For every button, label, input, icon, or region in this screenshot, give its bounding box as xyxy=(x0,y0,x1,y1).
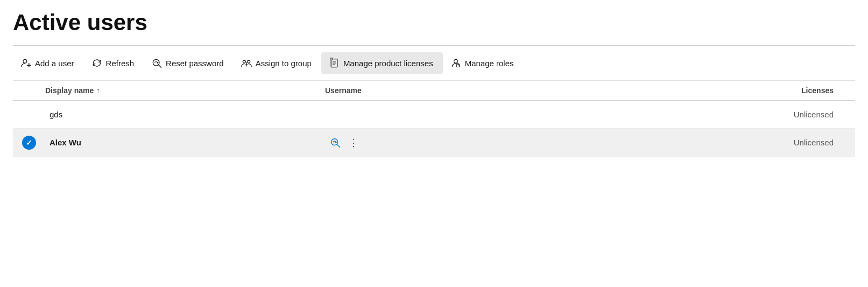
refresh-icon xyxy=(91,58,102,68)
display-name-label: Display name xyxy=(45,86,94,95)
manage-licenses-button[interactable]: Manage product licenses xyxy=(321,52,443,74)
row-alex-licenses: Unlicensed xyxy=(747,131,855,153)
page-container: Active users Add a user xyxy=(0,0,868,157)
svg-point-0 xyxy=(23,60,27,64)
toolbar: Add a user Refresh xyxy=(13,46,855,81)
add-user-label: Add a user xyxy=(35,59,74,68)
svg-point-7 xyxy=(247,60,250,63)
row-action-buttons: ⋮ xyxy=(329,136,361,150)
refresh-svg xyxy=(91,58,102,68)
add-user-svg xyxy=(20,58,31,68)
refresh-button[interactable]: Refresh xyxy=(84,52,144,74)
manage-roles-label: Manage roles xyxy=(465,59,514,68)
row-more-actions-icon[interactable]: ⋮ xyxy=(347,136,361,150)
col-display-name-header[interactable]: Display name ↑ xyxy=(45,86,325,95)
page-title: Active users xyxy=(13,10,855,45)
username-label: Username xyxy=(325,86,362,95)
manage-licenses-label: Manage product licenses xyxy=(343,59,433,68)
reset-password-icon xyxy=(151,58,162,68)
reset-password-row-icon[interactable] xyxy=(329,137,341,149)
row-gds-checkbox[interactable] xyxy=(13,108,45,121)
add-user-button[interactable]: Add a user xyxy=(13,52,84,74)
svg-line-19 xyxy=(337,144,340,147)
row-alex-checkbox[interactable]: ✓ xyxy=(13,129,45,156)
svg-line-4 xyxy=(158,65,161,68)
reset-password-label: Reset password xyxy=(166,59,224,68)
manage-roles-button[interactable]: Manage roles xyxy=(443,52,524,74)
row-alex-name: Alex Wu xyxy=(45,131,325,153)
table-row[interactable]: ✓ Alex Wu ⋮ xyxy=(13,129,855,157)
add-user-icon xyxy=(20,58,31,68)
svg-point-20 xyxy=(335,142,336,143)
row-gds-username xyxy=(325,108,747,121)
manage-licenses-icon xyxy=(329,58,340,68)
table-row[interactable]: gds Unlicensed xyxy=(13,101,855,129)
svg-point-6 xyxy=(243,60,245,63)
svg-point-5 xyxy=(157,62,158,64)
sort-arrow-icon: ↑ xyxy=(96,87,100,94)
manage-roles-icon xyxy=(450,58,461,68)
row-gds-name: gds xyxy=(45,103,325,125)
col-licenses-header[interactable]: Licenses xyxy=(747,86,855,95)
svg-rect-14 xyxy=(330,58,333,60)
reset-password-button[interactable]: Reset password xyxy=(144,52,234,74)
assign-group-icon xyxy=(241,58,252,68)
reset-password-svg xyxy=(151,58,162,68)
col-username-header[interactable]: Username xyxy=(325,86,747,95)
checkmark-icon: ✓ xyxy=(26,138,32,147)
table-header: Display name ↑ Username Licenses xyxy=(13,81,855,101)
assign-group-button[interactable]: Assign to group xyxy=(234,52,321,74)
svg-point-15 xyxy=(454,60,457,64)
row-gds-licenses: Unlicensed xyxy=(747,103,855,125)
manage-roles-svg xyxy=(450,58,461,68)
licenses-label: Licenses xyxy=(801,86,834,95)
assign-group-svg xyxy=(241,58,252,68)
selected-checkbox-circle: ✓ xyxy=(22,136,36,150)
row-alex-actions: ⋮ xyxy=(325,129,747,156)
manage-licenses-svg xyxy=(329,58,340,68)
assign-group-label: Assign to group xyxy=(256,59,312,68)
users-table: Display name ↑ Username Licenses gds Unl… xyxy=(13,81,855,157)
refresh-label: Refresh xyxy=(106,59,135,68)
